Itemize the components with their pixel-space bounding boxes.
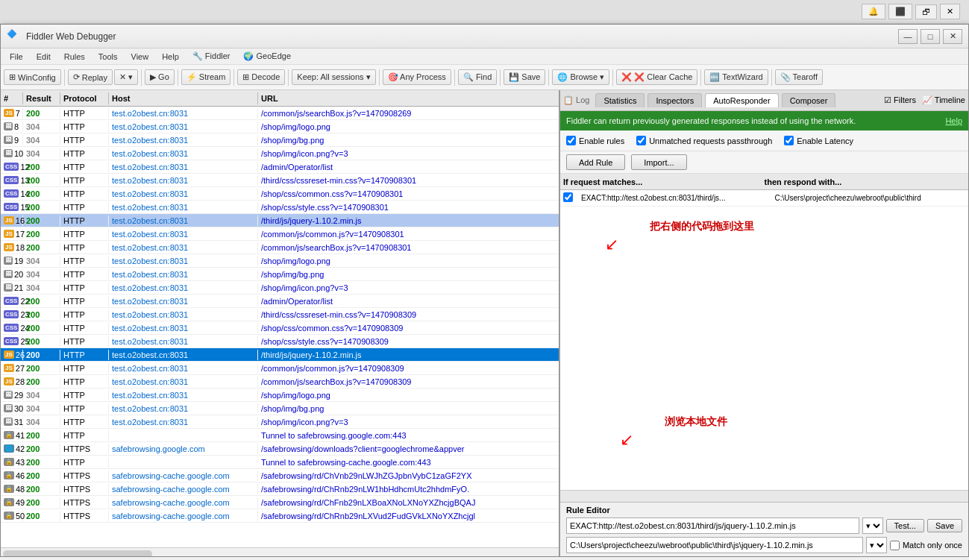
rule-editor-input1[interactable] [566, 517, 859, 534]
row-hash: 🖼 30 [1, 403, 23, 414]
table-row[interactable]: 🔒 50 200 HTTPS safebrowsing-cache.google… [1, 509, 559, 523]
minimize-btn[interactable]: — [898, 29, 918, 44]
table-row[interactable]: 🔒 49 200 HTTPS safebrowsing-cache.google… [1, 496, 559, 509]
table-row[interactable]: 🖼 31 304 HTTP test.o2obest.cn:8031 /shop… [1, 415, 559, 429]
go-btn[interactable]: ▶ Go [145, 69, 175, 85]
row-type-icon: 🖼 [4, 136, 13, 144]
row-protocol: HTTP [60, 417, 109, 427]
row-url: /shop/img/bg.png [258, 269, 559, 280]
tab-statistics[interactable]: Statistics [595, 93, 645, 107]
table-row[interactable]: 🌐 42 200 HTTPS safebrowsing.google.com /… [1, 442, 559, 456]
help-link[interactable]: Help [945, 116, 962, 125]
import-btn[interactable]: Import... [631, 154, 686, 170]
menu-rules[interactable]: Rules [58, 51, 91, 63]
table-row[interactable]: JS 26 200 HTTP test.o2obest.cn:8031 /thi… [1, 348, 559, 362]
stream-btn[interactable]: ⚡ Stream [181, 69, 231, 85]
tab-inspectors[interactable]: Inspectors [647, 93, 702, 107]
decode-btn[interactable]: ⊞ Decode [237, 69, 285, 85]
table-row[interactable]: 🖼 21 304 HTTP test.o2obest.cn:8031 /shop… [1, 281, 559, 295]
winconfig-btn[interactable]: ⊞ WinConfig [4, 69, 61, 85]
table-row[interactable]: CSS 13 200 HTTP test.o2obest.cn:8031 /th… [1, 174, 559, 187]
row-hash: CSS 13 [1, 175, 23, 186]
close-btn[interactable]: ✕ [943, 29, 962, 44]
rule-editor-save-btn[interactable]: Save [927, 519, 962, 532]
table-row[interactable]: CSS 15 200 HTTP test.o2obest.cn:8031 /sh… [1, 201, 559, 214]
tearoff-btn[interactable]: 📎 Tearoff [775, 69, 823, 85]
table-row[interactable]: 🔒 43 200 HTTP Tunnel to safebrowsing-cac… [1, 456, 559, 469]
text-wizard-btn[interactable]: 🔤 TextWizard [704, 69, 768, 85]
table-row[interactable]: 🖼 10 304 HTTP test.o2obest.cn:8031 /shop… [1, 147, 559, 160]
latency-checkbox[interactable] [784, 136, 794, 145]
enable-rules-checkbox[interactable] [566, 136, 576, 145]
outer-restore[interactable]: ⬛ [888, 4, 912, 19]
table-row[interactable]: JS 17 200 HTTP test.o2obest.cn:8031 /com… [1, 227, 559, 241]
table-row[interactable]: 🖼 20 304 HTTP test.o2obest.cn:8031 /shop… [1, 268, 559, 281]
table-row[interactable]: CSS 24 200 HTTP test.o2obest.cn:8031 /sh… [1, 321, 559, 335]
request-table-body[interactable]: JS 7 200 HTTP test.o2obest.cn:8031 /comm… [1, 107, 559, 547]
passthrough-checkbox[interactable] [636, 136, 646, 145]
menu-view[interactable]: View [125, 51, 155, 63]
timeline-label[interactable]: 📈 Timeline [922, 95, 965, 105]
table-row[interactable]: JS 18 200 HTTP test.o2obest.cn:8031 /com… [1, 241, 559, 254]
keep-all-btn[interactable]: Keep: All sessions ▾ [292, 69, 375, 85]
table-row[interactable]: JS 16 200 HTTP test.o2obest.cn:8031 /thi… [1, 214, 559, 227]
table-row[interactable]: JS 28 200 HTTP test.o2obest.cn:8031 /com… [1, 375, 559, 388]
rule-enabled-checkbox[interactable] [563, 192, 573, 202]
then-col-header: then respond with... [765, 177, 966, 186]
tab-composer[interactable]: Composer [782, 93, 836, 107]
right-scroll-row[interactable] [560, 490, 968, 502]
tab-autoresponder[interactable]: AutoResponder [705, 93, 778, 107]
enable-rules-label[interactable]: Enable rules [566, 136, 624, 145]
table-row[interactable]: CSS 23 200 HTTP test.o2obest.cn:8031 /th… [1, 308, 559, 321]
menu-help[interactable]: Help [156, 51, 185, 63]
maximize-btn[interactable]: □ [921, 29, 940, 44]
rule-editor-select1[interactable]: ▾ [862, 517, 883, 534]
add-rule-btn[interactable]: Add Rule [566, 154, 625, 170]
table-row[interactable]: CSS 12 200 HTTP test.o2obest.cn:8031 /ad… [1, 160, 559, 174]
row-host: test.o2obest.cn:8031 [109, 363, 258, 374]
window-title: Fiddler Web Debugger [26, 31, 898, 42]
menu-file[interactable]: File [4, 51, 29, 63]
table-row[interactable]: 🔒 48 200 HTTPS safebrowsing-cache.google… [1, 482, 559, 496]
table-row[interactable]: JS 7 200 HTTP test.o2obest.cn:8031 /comm… [1, 107, 559, 120]
table-row[interactable]: 🔒 41 200 HTTP Tunnel to safebrowsing.goo… [1, 429, 559, 442]
table-row[interactable]: 🖼 19 304 HTTP test.o2obest.cn:8031 /shop… [1, 254, 559, 268]
table-row[interactable]: 🖼 29 304 HTTP test.o2obest.cn:8031 /shop… [1, 388, 559, 402]
find-btn[interactable]: 🔍 Find [458, 69, 497, 85]
outer-maximize[interactable]: 🗗 [915, 4, 937, 19]
filters-label[interactable]: ☑ Filters [884, 95, 916, 105]
menu-tools[interactable]: Tools [92, 51, 124, 63]
menu-fiddler[interactable]: 🔧 Fiddler [186, 50, 236, 63]
passthrough-label[interactable]: Unmatched requests passthrough [636, 136, 772, 145]
x-dropdown-btn[interactable]: ✕ ▾ [114, 69, 138, 85]
rule-editor-select2[interactable]: ▾ [866, 537, 887, 553]
menu-geoedge[interactable]: 🌍 GeoEdge [237, 50, 297, 63]
match-only-once-checkbox[interactable] [890, 541, 900, 550]
save-btn[interactable]: 💾 Save [504, 69, 545, 85]
latency-label[interactable]: Enable Latency [784, 136, 853, 145]
table-row[interactable]: 🖼 8 304 HTTP test.o2obest.cn:8031 /shop/… [1, 120, 559, 133]
rule-editor-input2[interactable] [566, 537, 863, 553]
outer-minimize[interactable]: 🔔 [862, 4, 885, 19]
horizontal-scrollbar[interactable] [1, 547, 559, 557]
table-row[interactable]: 🔒 46 200 HTTPS safebrowsing-cache.google… [1, 469, 559, 482]
clear-cache-btn[interactable]: ❌ ❌ Clear Cache [616, 69, 697, 85]
table-row[interactable]: 🖼 9 304 HTTP test.o2obest.cn:8031 /shop/… [1, 133, 559, 147]
replay-btn[interactable]: ⟳ Replay [68, 69, 113, 85]
browse-btn[interactable]: 🌐 Browse ▾ [552, 69, 609, 85]
row-result: 200 [23, 471, 60, 481]
table-row[interactable]: CSS 14 200 HTTP test.o2obest.cn:8031 /sh… [1, 187, 559, 201]
rule-row[interactable]: EXACT:http://test.o2obest.cn:8031/third/… [560, 190, 968, 207]
any-process-btn[interactable]: 🎯 Any Process [383, 69, 451, 85]
outer-close[interactable]: ✕ [940, 4, 960, 19]
table-row[interactable]: CSS 22 200 HTTP test.o2obest.cn:8031 /ad… [1, 295, 559, 308]
table-row[interactable]: 🖼 30 304 HTTP test.o2obest.cn:8031 /shop… [1, 402, 559, 415]
rule-editor-test-btn[interactable]: Test... [886, 519, 924, 532]
table-row[interactable]: JS 27 200 HTTP test.o2obest.cn:8031 /com… [1, 362, 559, 375]
match-only-once-label[interactable]: Match only once [890, 541, 962, 550]
menu-edit[interactable]: Edit [31, 51, 57, 63]
row-result: 200 [23, 296, 60, 306]
table-row[interactable]: CSS 25 200 HTTP test.o2obest.cn:8031 /sh… [1, 335, 559, 348]
rule-list[interactable]: EXACT:http://test.o2obest.cn:8031/third/… [560, 190, 968, 490]
h-scroll-thumb[interactable] [3, 550, 152, 558]
